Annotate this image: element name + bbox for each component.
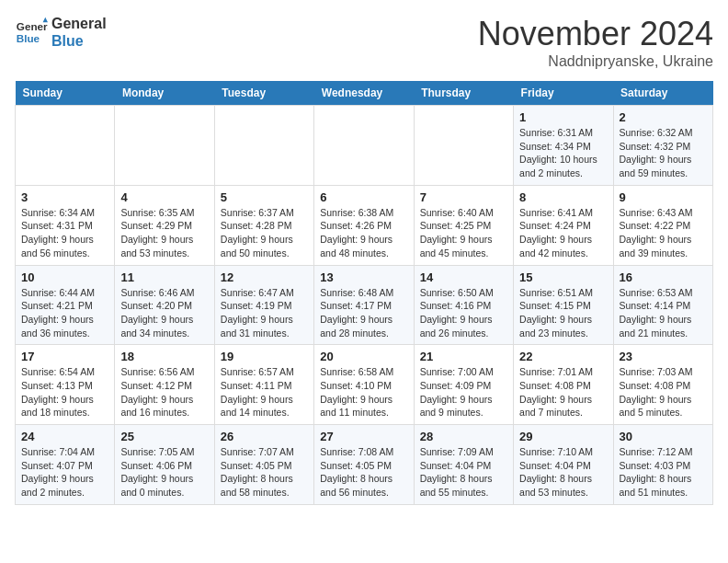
weekday-header-saturday: Saturday (613, 81, 712, 106)
day-number: 17 (21, 350, 108, 363)
day-info: Sunrise: 7:04 AM Sunset: 4:07 PM Dayligh… (21, 445, 108, 500)
day-info: Sunrise: 6:40 AM Sunset: 4:25 PM Dayligh… (420, 206, 507, 260)
day-cell (16, 106, 115, 186)
weekday-header-thursday: Thursday (414, 81, 513, 106)
day-number: 28 (420, 430, 507, 443)
day-info: Sunrise: 7:01 AM Sunset: 4:08 PM Dayligh… (519, 365, 607, 419)
day-info: Sunrise: 6:38 AM Sunset: 4:26 PM Dayligh… (320, 206, 407, 260)
day-cell: 17Sunrise: 6:54 AM Sunset: 4:13 PM Dayli… (16, 345, 115, 425)
day-cell: 26Sunrise: 7:07 AM Sunset: 4:05 PM Dayli… (214, 425, 313, 505)
week-row-4: 17Sunrise: 6:54 AM Sunset: 4:13 PM Dayli… (16, 345, 713, 425)
day-number: 9 (620, 190, 707, 204)
weekday-header-monday: Monday (115, 81, 214, 106)
week-row-2: 3Sunrise: 6:34 AM Sunset: 4:31 PM Daylig… (16, 185, 713, 265)
day-cell: 11Sunrise: 6:46 AM Sunset: 4:20 PM Dayli… (115, 265, 214, 345)
day-cell (115, 106, 214, 186)
day-info: Sunrise: 6:47 AM Sunset: 4:19 PM Dayligh… (221, 286, 308, 340)
day-number: 14 (420, 270, 507, 284)
day-number: 10 (21, 270, 108, 284)
day-number: 1 (519, 110, 607, 124)
day-cell: 5Sunrise: 6:37 AM Sunset: 4:28 PM Daylig… (214, 185, 313, 265)
subtitle: Naddnipryanske, Ukraine (478, 53, 713, 70)
day-info: Sunrise: 6:34 AM Sunset: 4:31 PM Dayligh… (21, 206, 108, 260)
day-cell: 12Sunrise: 6:47 AM Sunset: 4:19 PM Dayli… (214, 265, 313, 345)
day-number: 4 (120, 190, 208, 204)
weekday-header-wednesday: Wednesday (314, 81, 414, 106)
day-info: Sunrise: 6:53 AM Sunset: 4:14 PM Dayligh… (620, 286, 707, 340)
title-area: November 2024 Naddnipryanske, Ukraine (478, 15, 713, 70)
day-cell: 13Sunrise: 6:48 AM Sunset: 4:17 PM Dayli… (314, 265, 414, 345)
day-cell: 21Sunrise: 7:00 AM Sunset: 4:09 PM Dayli… (414, 345, 513, 425)
day-info: Sunrise: 6:56 AM Sunset: 4:12 PM Dayligh… (120, 365, 208, 419)
svg-text:Blue: Blue (17, 32, 40, 44)
day-info: Sunrise: 6:44 AM Sunset: 4:21 PM Dayligh… (21, 286, 108, 340)
weekday-header-friday: Friday (514, 81, 613, 106)
day-cell: 18Sunrise: 6:56 AM Sunset: 4:12 PM Dayli… (115, 345, 214, 425)
day-number: 25 (120, 430, 208, 443)
day-number: 16 (620, 270, 707, 284)
day-number: 12 (221, 270, 308, 284)
day-cell: 20Sunrise: 6:58 AM Sunset: 4:10 PM Dayli… (314, 345, 414, 425)
day-cell: 24Sunrise: 7:04 AM Sunset: 4:07 PM Dayli… (16, 425, 115, 505)
day-cell: 3Sunrise: 6:34 AM Sunset: 4:31 PM Daylig… (16, 185, 115, 265)
day-cell: 7Sunrise: 6:40 AM Sunset: 4:25 PM Daylig… (414, 185, 513, 265)
day-cell: 2Sunrise: 6:32 AM Sunset: 4:32 PM Daylig… (613, 106, 712, 186)
day-number: 13 (320, 270, 407, 284)
day-info: Sunrise: 7:10 AM Sunset: 4:04 PM Dayligh… (519, 445, 607, 500)
day-cell: 10Sunrise: 6:44 AM Sunset: 4:21 PM Dayli… (16, 265, 115, 345)
day-info: Sunrise: 6:41 AM Sunset: 4:24 PM Dayligh… (519, 206, 607, 260)
day-cell: 9Sunrise: 6:43 AM Sunset: 4:22 PM Daylig… (613, 185, 712, 265)
day-cell: 28Sunrise: 7:09 AM Sunset: 4:04 PM Dayli… (414, 425, 513, 505)
day-number: 30 (620, 430, 707, 443)
day-info: Sunrise: 7:12 AM Sunset: 4:03 PM Dayligh… (620, 445, 707, 500)
day-number: 27 (320, 430, 407, 443)
day-info: Sunrise: 7:03 AM Sunset: 4:08 PM Dayligh… (620, 365, 707, 419)
day-number: 2 (620, 110, 707, 124)
day-cell: 14Sunrise: 6:50 AM Sunset: 4:16 PM Dayli… (414, 265, 513, 345)
day-info: Sunrise: 7:00 AM Sunset: 4:09 PM Dayligh… (420, 365, 507, 419)
day-number: 5 (221, 190, 308, 204)
day-info: Sunrise: 6:58 AM Sunset: 4:10 PM Dayligh… (320, 365, 407, 419)
week-row-3: 10Sunrise: 6:44 AM Sunset: 4:21 PM Dayli… (16, 265, 713, 345)
day-cell: 23Sunrise: 7:03 AM Sunset: 4:08 PM Dayli… (613, 345, 712, 425)
day-number: 22 (519, 350, 607, 363)
day-number: 20 (320, 350, 407, 363)
day-number: 8 (519, 190, 607, 204)
day-info: Sunrise: 7:08 AM Sunset: 4:05 PM Dayligh… (320, 445, 407, 500)
day-number: 26 (221, 430, 308, 443)
day-info: Sunrise: 6:50 AM Sunset: 4:16 PM Dayligh… (420, 286, 507, 340)
weekday-header-tuesday: Tuesday (214, 81, 313, 106)
day-cell: 4Sunrise: 6:35 AM Sunset: 4:29 PM Daylig… (115, 185, 214, 265)
day-cell: 25Sunrise: 7:05 AM Sunset: 4:06 PM Dayli… (115, 425, 214, 505)
day-info: Sunrise: 6:43 AM Sunset: 4:22 PM Dayligh… (620, 206, 707, 260)
day-number: 24 (21, 430, 108, 443)
header: General Blue General Blue November 2024 … (15, 15, 713, 70)
logo-icon: General Blue (15, 16, 48, 49)
day-cell: 8Sunrise: 6:41 AM Sunset: 4:24 PM Daylig… (514, 185, 613, 265)
day-number: 29 (519, 430, 607, 443)
logo: General Blue General Blue (15, 15, 107, 50)
day-cell: 22Sunrise: 7:01 AM Sunset: 4:08 PM Dayli… (514, 345, 613, 425)
month-title: November 2024 (478, 15, 713, 53)
calendar-table: SundayMondayTuesdayWednesdayThursdayFrid… (15, 81, 713, 505)
day-info: Sunrise: 6:54 AM Sunset: 4:13 PM Dayligh… (21, 365, 108, 419)
day-info: Sunrise: 7:05 AM Sunset: 4:06 PM Dayligh… (120, 445, 208, 500)
day-info: Sunrise: 6:48 AM Sunset: 4:17 PM Dayligh… (320, 286, 407, 340)
day-info: Sunrise: 6:35 AM Sunset: 4:29 PM Dayligh… (120, 206, 208, 260)
day-number: 3 (21, 190, 108, 204)
week-row-5: 24Sunrise: 7:04 AM Sunset: 4:07 PM Dayli… (16, 425, 713, 505)
day-info: Sunrise: 6:46 AM Sunset: 4:20 PM Dayligh… (120, 286, 208, 340)
day-number: 18 (120, 350, 208, 363)
day-info: Sunrise: 6:51 AM Sunset: 4:15 PM Dayligh… (519, 286, 607, 340)
day-cell (414, 106, 513, 186)
day-cell: 15Sunrise: 6:51 AM Sunset: 4:15 PM Dayli… (514, 265, 613, 345)
logo-line2: Blue (51, 32, 107, 50)
day-number: 11 (120, 270, 208, 284)
day-cell: 1Sunrise: 6:31 AM Sunset: 4:34 PM Daylig… (514, 106, 613, 186)
day-info: Sunrise: 6:57 AM Sunset: 4:11 PM Dayligh… (221, 365, 308, 419)
day-number: 6 (320, 190, 407, 204)
day-info: Sunrise: 6:37 AM Sunset: 4:28 PM Dayligh… (221, 206, 308, 260)
day-info: Sunrise: 6:31 AM Sunset: 4:34 PM Dayligh… (519, 126, 607, 180)
day-number: 23 (620, 350, 707, 363)
day-info: Sunrise: 7:07 AM Sunset: 4:05 PM Dayligh… (221, 445, 308, 500)
